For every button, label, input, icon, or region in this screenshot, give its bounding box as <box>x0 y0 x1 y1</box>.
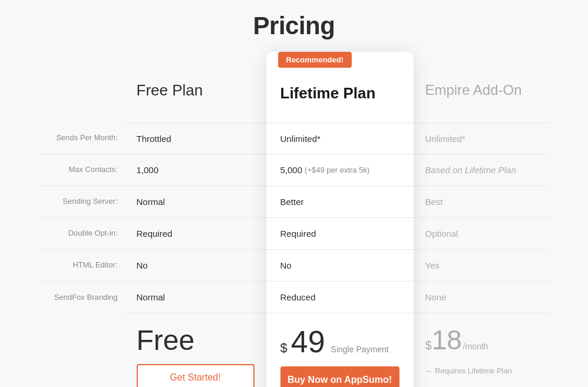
label-branding: SendFox Branding <box>39 282 125 313</box>
free-price: Free <box>137 326 195 355</box>
lifetime-contacts-main: 5,000 <box>280 165 303 175</box>
addon-price-dollar: $ <box>425 339 432 352</box>
free-cta-button[interactable]: Get Started! <box>137 364 255 387</box>
lifetime-price-area: $ 49 Single Payment <box>266 313 414 366</box>
free-contacts-cell: 1,000 <box>125 154 266 186</box>
free-server-cell: Normal <box>125 186 266 218</box>
free-plan-column: Free Plan Throttled 1,000 Normal Require… <box>125 58 266 387</box>
lifetime-plan-column: Recommended! Lifetime Plan Unlimited* 5,… <box>266 52 414 387</box>
addon-note-text: ← Requires Lifetime Plan <box>425 366 512 375</box>
addon-plan-column: Empire Add-On Unlimited* Based on Lifeti… <box>414 58 549 385</box>
lifetime-price-dollar: $ <box>280 340 288 356</box>
lifetime-cta-button[interactable]: Buy Now on AppSumo! <box>280 366 399 387</box>
label-contacts: Max Contacts: <box>39 154 125 186</box>
free-cta-area: Get Started! <box>125 364 266 387</box>
free-price-area: Free <box>125 313 266 364</box>
addon-contacts-cell: Based on Lifetime Plan <box>414 154 549 186</box>
lifetime-server-cell: Better <box>266 186 414 218</box>
addon-branding-cell: None <box>414 282 549 313</box>
addon-price-main: 18 <box>432 326 462 353</box>
lifetime-contacts-cell: 5,000 (+$49 per extra 5k) <box>266 154 414 186</box>
page-title: Pricing <box>6 12 582 40</box>
addon-sends-cell: Unlimited* <box>414 123 549 154</box>
recommended-badge: Recommended! <box>278 52 352 68</box>
lifetime-branding-cell: Reduced <box>266 282 414 313</box>
lifetime-price-main: 49 <box>291 326 325 357</box>
label-editor: HTML Editor: <box>39 250 125 282</box>
label-server: Sending Server: <box>39 186 125 218</box>
lifetime-editor-cell: No <box>266 250 414 282</box>
addon-editor-cell: Yes <box>414 250 549 282</box>
free-plan-title: Free Plan <box>137 81 203 100</box>
label-optin: Double Opt-in: <box>39 218 125 250</box>
lifetime-cta-area: Buy Now on AppSumo! <box>266 366 414 387</box>
labels-column: Sends Per Month: Max Contacts: Sending S… <box>39 58 125 313</box>
addon-requires-note: ← Requires Lifetime Plan <box>414 363 549 385</box>
lifetime-contacts-extra: (+$49 per extra 5k) <box>305 166 369 174</box>
addon-optin-cell: Optional <box>414 218 549 250</box>
free-sends-cell: Throttled <box>125 123 266 154</box>
free-branding-cell: Normal <box>125 282 266 313</box>
addon-plan-title: Empire Add-On <box>425 82 522 98</box>
lifetime-sends-cell: Unlimited* <box>266 123 414 154</box>
label-sends: Sends Per Month: <box>39 123 125 154</box>
addon-plan-header: Empire Add-On <box>414 58 549 123</box>
free-plan-header: Free Plan <box>125 58 266 123</box>
free-editor-cell: No <box>125 250 266 282</box>
pricing-grid: Sends Per Month: Max Contacts: Sending S… <box>6 58 582 387</box>
free-optin-cell: Required <box>125 218 266 250</box>
addon-price-area: $ 18 /month <box>414 313 549 363</box>
addon-server-cell: Best <box>414 186 549 218</box>
lifetime-plan-title: Lifetime Plan <box>280 84 376 102</box>
addon-price-period: /month <box>463 342 488 351</box>
lifetime-price-label: Single Payment <box>331 345 389 354</box>
lifetime-optin-cell: Required <box>266 218 414 250</box>
